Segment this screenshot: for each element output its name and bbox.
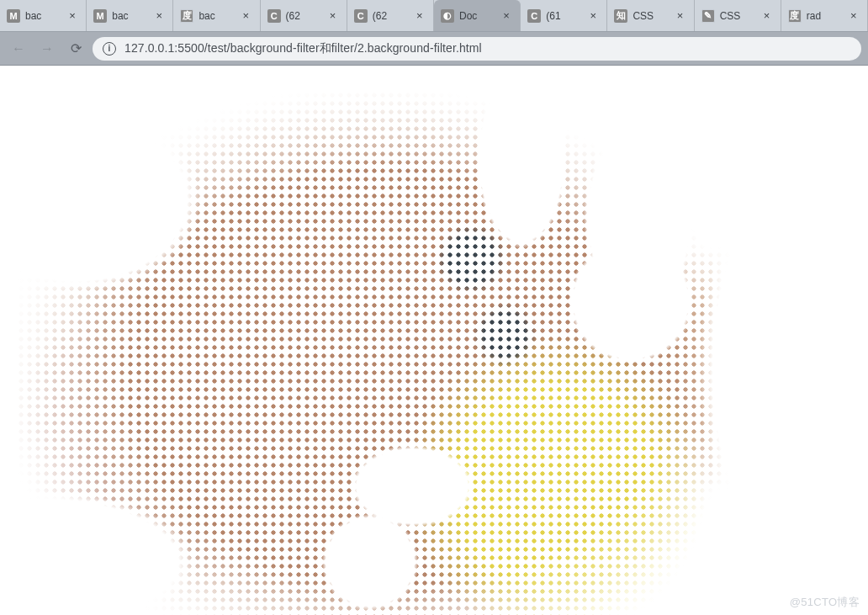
favicon-icon: 度 bbox=[788, 9, 802, 23]
tab-title: bac bbox=[25, 10, 64, 22]
arrow-left-icon: ← bbox=[12, 41, 25, 56]
watermark-text: @51CTO博客 bbox=[790, 595, 860, 610]
tab-title: (62 bbox=[373, 10, 411, 22]
favicon-icon: 度 bbox=[180, 9, 193, 23]
close-icon[interactable]: × bbox=[69, 10, 79, 21]
tab-strip: Mbac×Mbac×度bac×C(62×C(62×◐Doc×C(61×知CSS×… bbox=[0, 0, 868, 32]
favicon-icon: ◐ bbox=[441, 9, 454, 23]
favicon-icon: C bbox=[267, 9, 281, 23]
browser-tab[interactable]: ◐Doc× bbox=[434, 0, 521, 31]
close-icon[interactable]: × bbox=[764, 10, 774, 21]
reload-icon: ⟳ bbox=[71, 40, 82, 56]
browser-tab[interactable]: C(61× bbox=[521, 0, 607, 31]
forward-button[interactable]: → bbox=[35, 37, 59, 61]
tab-title: CSS bbox=[720, 10, 759, 22]
favicon-icon: C bbox=[527, 9, 541, 23]
favicon-icon: 知 bbox=[614, 9, 627, 23]
browser-tab[interactable]: 度rad× bbox=[781, 0, 868, 31]
arrow-right-icon: → bbox=[40, 41, 54, 56]
back-button[interactable]: ← bbox=[7, 37, 30, 61]
close-icon[interactable]: × bbox=[243, 10, 253, 21]
tab-title: bac bbox=[112, 10, 151, 22]
browser-tab[interactable]: 知CSS× bbox=[607, 0, 694, 31]
browser-tab[interactable]: Mbac× bbox=[87, 0, 173, 31]
tab-title: bac bbox=[198, 10, 237, 22]
close-icon[interactable]: × bbox=[590, 10, 600, 21]
browser-tab[interactable]: ✎CSS× bbox=[695, 0, 781, 31]
tab-title: (61 bbox=[546, 10, 585, 22]
close-icon[interactable]: × bbox=[330, 10, 340, 21]
close-icon[interactable]: × bbox=[503, 10, 513, 21]
url-field[interactable]: i 127.0.0.1:5500/test/background-filter和… bbox=[93, 37, 861, 61]
favicon-icon: M bbox=[93, 9, 107, 23]
close-icon[interactable]: × bbox=[416, 10, 426, 21]
browser-tab[interactable]: Mbac× bbox=[0, 0, 87, 31]
favicon-icon: ✎ bbox=[701, 9, 715, 23]
favicon-icon: C bbox=[354, 9, 368, 23]
close-icon[interactable]: × bbox=[677, 10, 687, 21]
site-info-icon[interactable]: i bbox=[103, 42, 116, 56]
favicon-icon: M bbox=[7, 9, 20, 23]
reload-button[interactable]: ⟳ bbox=[64, 37, 87, 61]
halftone-image bbox=[17, 91, 841, 615]
tab-title: CSS bbox=[632, 10, 671, 22]
close-icon[interactable]: × bbox=[156, 10, 166, 21]
tab-title: (62 bbox=[286, 10, 325, 22]
page-viewport: @51CTO博客 bbox=[0, 66, 868, 615]
tab-title: Doc bbox=[459, 10, 498, 22]
browser-tab[interactable]: C(62× bbox=[261, 0, 347, 31]
close-icon[interactable]: × bbox=[850, 10, 860, 21]
browser-tab[interactable]: C(62× bbox=[347, 0, 434, 31]
address-bar: ← → ⟳ i 127.0.0.1:5500/test/background-f… bbox=[0, 32, 868, 66]
url-text: 127.0.0.1:5500/test/background-filter和fi… bbox=[124, 41, 482, 56]
browser-tab[interactable]: 度bac× bbox=[173, 0, 260, 31]
tab-title: rad bbox=[807, 10, 845, 22]
